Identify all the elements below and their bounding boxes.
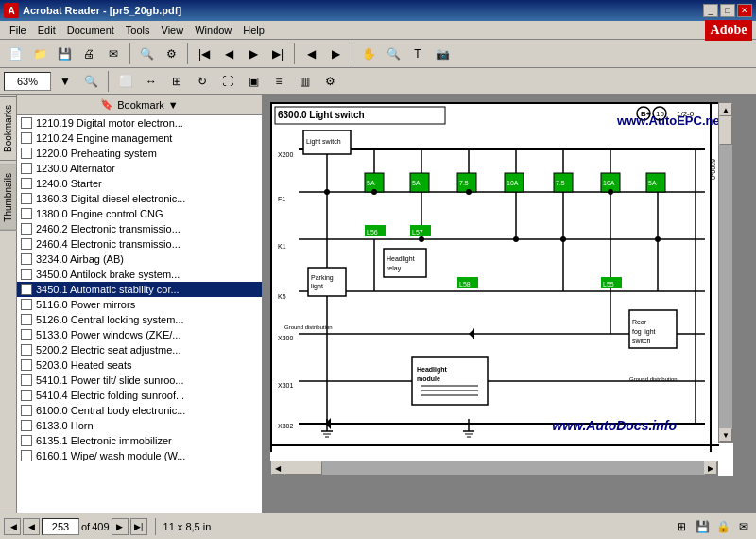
bm-item-18[interactable]: 5410.4 Electric folding sunroof... xyxy=(17,388,262,403)
email-button[interactable]: ✉ xyxy=(102,43,125,65)
horizontal-scrollbar[interactable]: ◀ ▶ xyxy=(270,461,718,476)
bm-item-3[interactable]: 1230.0 Alternator xyxy=(17,161,262,176)
vertical-scrollbar[interactable]: ▲ ▼ xyxy=(718,102,733,443)
menu-window[interactable]: Window xyxy=(189,23,237,38)
full-screen-btn[interactable]: ⛶ xyxy=(216,70,239,93)
single-page-btn[interactable]: ▣ xyxy=(242,70,265,93)
rotate-btn[interactable]: ↻ xyxy=(191,70,214,93)
bm-icon-16 xyxy=(21,359,32,371)
bm-item-19[interactable]: 6100.0 Central body electronic... xyxy=(17,403,262,418)
bm-item-1[interactable]: 1210.24 Engine management xyxy=(17,130,262,146)
bm-item-5[interactable]: 1360.3 Digital diesel electronic... xyxy=(17,191,262,206)
last-page-button[interactable]: ▶| xyxy=(266,43,289,65)
fit-width-btn[interactable]: ↔ xyxy=(140,70,163,93)
options-btn[interactable]: ⚙ xyxy=(318,70,341,93)
menu-help[interactable]: Help xyxy=(237,23,270,38)
bookmark-dropdown-icon[interactable]: ▼ xyxy=(168,99,179,111)
print-button[interactable]: 🖨 xyxy=(77,43,100,65)
bm-item-11[interactable]: 3450.1 Automatic stability cor... xyxy=(17,282,262,297)
bm-item-0[interactable]: 1210.19 Digital motor electron... xyxy=(17,115,262,130)
open-button[interactable]: 📁 xyxy=(28,43,51,65)
pdf-area[interactable]: www.AutoEPC.net 6300.0 Light switch xyxy=(263,95,756,513)
zoom-in-button[interactable]: 🔍 xyxy=(382,43,404,65)
bm-item-12[interactable]: 5116.0 Power mirrors xyxy=(17,297,262,312)
thumbnails-tab[interactable]: Thumbnails xyxy=(0,165,17,231)
bm-item-16[interactable]: 5203.0 Heated seats xyxy=(17,357,262,373)
save-button[interactable]: 💾 xyxy=(53,43,76,65)
hand-tool[interactable]: ✋ xyxy=(357,43,380,65)
zoom-value[interactable]: 63% xyxy=(4,72,51,91)
bm-item-15[interactable]: 5200.2 Electric seat adjustme... xyxy=(17,342,262,357)
sep-zoom xyxy=(108,71,109,92)
scroll-left-btn[interactable]: ◀ xyxy=(271,461,284,475)
text-select-button[interactable]: T xyxy=(406,43,429,65)
bm-item-9[interactable]: 3234.0 Airbag (AB) xyxy=(17,252,262,267)
bm-item-4[interactable]: 1240.0 Starter xyxy=(17,176,262,191)
window-title: Acrobat Reader - [pr5_20gb.pdf] xyxy=(23,5,181,16)
zoom-dropdown[interactable]: ▼ xyxy=(54,70,77,93)
bm-item-21[interactable]: 6135.1 Electronic immobilizer xyxy=(17,433,262,448)
fit-page-btn[interactable]: ⬜ xyxy=(114,70,137,93)
status-icon-3[interactable]: 🔒 xyxy=(714,518,731,535)
scroll-thumb-v[interactable] xyxy=(719,116,732,145)
scroll-down-btn[interactable]: ▼ xyxy=(719,428,732,442)
bm-item-20[interactable]: 6133.0 Horn xyxy=(17,418,262,433)
svg-rect-45 xyxy=(308,268,346,296)
last-page-nav[interactable]: ▶| xyxy=(130,518,147,535)
properties-button[interactable]: ⚙ xyxy=(160,43,182,65)
snapshot-button[interactable]: 📷 xyxy=(431,43,454,65)
menu-tools[interactable]: Tools xyxy=(120,23,156,38)
status-icon-4[interactable]: ✉ xyxy=(735,518,752,535)
scroll-right-btn[interactable]: ▶ xyxy=(704,461,717,475)
new-button[interactable]: 📄 xyxy=(4,43,26,65)
back-button[interactable]: ◀ xyxy=(300,43,322,65)
svg-text:Rear: Rear xyxy=(632,319,647,325)
search-button[interactable]: 🔍 xyxy=(135,43,158,65)
actual-size-btn[interactable]: ⊞ xyxy=(165,70,188,93)
facing-btn[interactable]: ▥ xyxy=(293,70,316,93)
bm-item-2[interactable]: 1220.0 Preheating system xyxy=(17,146,262,161)
bm-item-17[interactable]: 5410.1 Power tilt/ slide sunroo... xyxy=(17,373,262,388)
first-page-nav[interactable]: |◀ xyxy=(4,518,21,535)
first-page-button[interactable]: |◀ xyxy=(193,43,215,65)
status-icon-2[interactable]: 💾 xyxy=(694,518,711,535)
close-button[interactable]: ✕ xyxy=(737,4,752,17)
bm-item-22[interactable]: 6160.1 Wipe/ wash module (W... xyxy=(17,448,262,463)
next-page-nav[interactable]: ▶ xyxy=(112,518,129,535)
bm-item-6[interactable]: 1380.0 Engine control CNG xyxy=(17,206,262,221)
menu-document[interactable]: Document xyxy=(61,23,120,38)
bookmark-list[interactable]: 1210.19 Digital motor electron... 1210.2… xyxy=(17,115,262,513)
menu-view[interactable]: View xyxy=(156,23,190,38)
menu-bar: File Edit Document Tools View Window Hel… xyxy=(0,21,756,40)
bm-item-8[interactable]: 2460.4 Electronic transmissio... xyxy=(17,236,262,252)
bm-item-7[interactable]: 2460.2 Electronic transmissio... xyxy=(17,221,262,236)
bookmarks-tab[interactable]: Bookmarks xyxy=(0,96,17,161)
bm-item-13[interactable]: 5126.0 Central locking system... xyxy=(17,312,262,327)
continuous-btn[interactable]: ≡ xyxy=(267,70,290,93)
prev-page-nav[interactable]: ◀ xyxy=(23,518,40,535)
menu-edit[interactable]: Edit xyxy=(32,23,61,38)
forward-button[interactable]: ▶ xyxy=(324,43,347,65)
maximize-button[interactable]: □ xyxy=(720,4,735,17)
bm-icon-3 xyxy=(21,163,32,174)
sidebar-tabs: Bookmarks Thumbnails xyxy=(0,95,17,513)
prev-page-button[interactable]: ◀ xyxy=(217,43,240,65)
next-page-button[interactable]: ▶ xyxy=(242,43,265,65)
menu-file[interactable]: File xyxy=(4,23,32,38)
svg-text:Ground distribution: Ground distribution xyxy=(629,376,678,382)
window-controls[interactable]: _ □ ✕ xyxy=(703,4,752,17)
scroll-up-btn[interactable]: ▲ xyxy=(719,103,732,116)
svg-point-56 xyxy=(466,189,472,195)
bm-item-10[interactable]: 3450.0 Antilock brake system... xyxy=(17,267,262,282)
status-icon-1[interactable]: ⊞ xyxy=(673,518,690,535)
svg-point-55 xyxy=(419,236,424,242)
svg-rect-3 xyxy=(270,102,272,452)
minimize-button[interactable]: _ xyxy=(703,4,718,17)
bm-icon-13 xyxy=(21,314,32,325)
status-icons: ⊞ 💾 🔒 ✉ xyxy=(673,518,752,535)
page-number-input[interactable] xyxy=(42,518,79,535)
bm-item-14[interactable]: 5133.0 Power windows (ZKE/... xyxy=(17,327,262,342)
zoom-out-btn[interactable]: 🔍 xyxy=(79,70,102,93)
scroll-thumb-h[interactable] xyxy=(284,461,322,475)
svg-text:X302: X302 xyxy=(278,423,293,429)
